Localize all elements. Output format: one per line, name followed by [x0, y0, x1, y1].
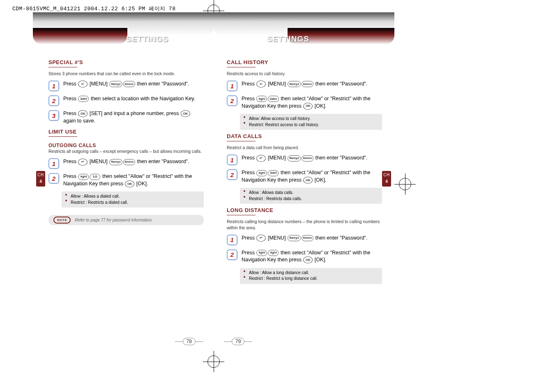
step-text: Press 4ghi4ghi then select "Allow" or "R…: [242, 249, 382, 264]
section-title: DATA CALLS: [227, 133, 382, 139]
phone-key-icon: ↩: [256, 235, 266, 242]
instruction-step: 2Press 4ghi1@ then select "Allow" or "Re…: [48, 173, 204, 187]
phone-key-icon: 6mno: [302, 235, 313, 241]
step-text: Press 4ghi1@ then select "Allow" or "Res…: [63, 173, 204, 187]
step-text: Press ↩ [MENU] 9wxyz6mno then enter "Pas…: [242, 235, 382, 245]
section-description: Restrict a data call from being placed.: [227, 145, 382, 150]
info-line: Allow: Allow access to call history.: [249, 116, 379, 122]
divider: [227, 215, 256, 215]
page-title: SETTINGS: [126, 35, 168, 44]
note-text: Refer to page 77 for password informatio…: [75, 218, 153, 222]
info-line: Restrict : Restricts a dialed call.: [71, 200, 200, 206]
bullet-icon: [244, 122, 245, 124]
step-number-badge: 2: [48, 95, 59, 106]
step-number-badge: 2: [48, 173, 59, 184]
header-banner: [33, 11, 214, 46]
phone-key-icon: [MENU]: [266, 81, 287, 87]
instruction-step: 2Press 4ghi4ghi then select "Allow" or "…: [227, 249, 382, 264]
phone-key-icon: [MENU]: [88, 159, 109, 164]
instruction-step: 1Press ↩ [MENU] 9wxyz6mno then enter "Pa…: [227, 81, 382, 91]
step-text: Press 4ghi2abc then select "Allow" or "R…: [242, 95, 382, 110]
phone-key-icon: ↩: [256, 155, 266, 162]
section-title: CALL HISTORY: [227, 59, 382, 65]
phone-key-icon: OK: [181, 110, 190, 117]
info-line: Allow : Allows a dialed call.: [71, 194, 200, 200]
instruction-step: 1Press ↩ [MENU] 9wxyz6mno then enter "Pa…: [227, 154, 382, 165]
page-right: SETTINGS CH 4 CALL HISTORYRestricts acce…: [214, 11, 394, 352]
section-title: LIMIT USE: [48, 129, 204, 135]
phone-key-icon: OK: [125, 180, 134, 187]
phone-key-icon: 6mno: [123, 81, 135, 87]
page-title: SETTINGS: [267, 35, 309, 44]
registration-mark-icon: [398, 177, 412, 191]
step-text: Press ↩ [MENU] 9wxyz6mno then enter "Pas…: [63, 158, 204, 169]
section-title: SPECIAL #'S: [48, 59, 204, 65]
bullet-icon: [65, 200, 67, 201]
info-line: Restrict : Restrict a long distance call…: [249, 276, 379, 282]
phone-key-icon: ↩: [78, 81, 88, 88]
phone-key-icon: 9wxyz: [288, 81, 301, 87]
phone-key-icon: OK: [78, 110, 88, 117]
section-description: Stores 3 phone numbers that can be calle…: [48, 71, 204, 76]
info-line: Allow : Allow a long distance call.: [249, 270, 379, 276]
phone-key-icon: 4ghi: [256, 250, 267, 256]
step-text: Press ↩ [MENU] 9wxyz6mno then enter "Pas…: [242, 154, 382, 165]
instruction-step: 2Press 4ghi2abc then select "Allow" or "…: [227, 95, 382, 110]
step-text: Press 4ghi3def then select "Allow" or "R…: [242, 169, 382, 184]
phone-key-icon: 9wxyz: [109, 159, 122, 165]
divider: [48, 67, 77, 67]
phone-key-icon: ↩: [256, 81, 266, 88]
info-box: Allow : Allow a long distance call.Restr…: [240, 268, 382, 284]
bullet-icon: [244, 270, 245, 272]
info-box: Allow: Allow access to call history.Rest…: [240, 114, 382, 130]
page-number: 78: [183, 338, 196, 345]
step-text: Press ↩ [MENU] 9wxyz6mno then enter "Pas…: [242, 81, 382, 91]
step-number-badge: 1: [227, 154, 237, 165]
phone-key-icon: 3def: [78, 96, 89, 102]
info-line: Allow : Allows data calls.: [249, 190, 379, 196]
step-number-badge: 2: [227, 249, 237, 260]
sub-section-title: OUTGOING CALLS: [48, 143, 204, 148]
phone-key-icon: 6mno: [302, 155, 313, 161]
instruction-step: 1Press ↩ [MENU] 9wxyz6mno then enter "Pa…: [227, 235, 382, 245]
bullet-icon: [244, 116, 245, 118]
phone-key-icon: OK: [303, 256, 313, 263]
phone-key-icon: ↩: [78, 159, 88, 166]
phone-key-icon: [MENU]: [266, 155, 287, 161]
chapter-tab: CH 4: [382, 171, 391, 187]
bullet-icon: [244, 190, 245, 192]
phone-key-icon: 1@: [90, 174, 100, 180]
page-left: SETTINGS CH 4 SPECIAL #'SStores 3 phone …: [33, 11, 214, 352]
section-description: Restricts all outgoing calls – except em…: [48, 148, 204, 154]
section-description: Restricts access to call history.: [227, 71, 382, 76]
info-line: Restrict: Restrict access to call histor…: [249, 122, 379, 128]
bullet-icon: [244, 276, 245, 278]
phone-key-icon: 3def: [268, 170, 279, 176]
phone-key-icon: 6mno: [302, 81, 313, 87]
phone-key-icon: 4ghi: [78, 174, 89, 180]
bullet-icon: [244, 196, 245, 198]
info-box: Allow : Allows data calls.Restrict : Res…: [240, 188, 382, 204]
step-number-badge: 2: [227, 169, 237, 180]
phone-key-icon: 4ghi: [256, 96, 267, 102]
note-badge: NOTE: [53, 217, 71, 224]
divider: [48, 136, 77, 137]
step-number-badge: 1: [48, 81, 59, 91]
divider: [227, 141, 256, 141]
phone-key-icon: 9wxyz: [288, 235, 301, 241]
section-title: LONG DISTANCE: [227, 207, 382, 213]
step-number-badge: 2: [227, 95, 237, 106]
info-box: Allow : Allows a dialed call.Restrict : …: [62, 191, 204, 208]
chapter-tab: CH 4: [36, 171, 45, 187]
step-text: Press ↩ [MENU] 9wxyz6mno then enter "Pas…: [63, 81, 204, 91]
instruction-step: 3Press OK [SET] and input a phone number…: [48, 110, 204, 125]
note-box: NOTERefer to page 77 for password inform…: [48, 215, 204, 225]
step-text: Press 3def then select a location with t…: [63, 95, 204, 106]
phone-key-icon: 6mno: [123, 159, 135, 165]
registration-mark-icon: [206, 354, 221, 369]
instruction-step: 1Press ↩ [MENU] 9wxyz6mno then enter "Pa…: [48, 158, 204, 169]
step-number-badge: 1: [227, 81, 237, 91]
document-spread: CDM-8615VMC_M_041221 2004.12.22 6:25 PM …: [0, 0, 555, 392]
phone-key-icon: 9wxyz: [109, 81, 122, 87]
phone-key-icon: 4ghi: [256, 170, 267, 176]
